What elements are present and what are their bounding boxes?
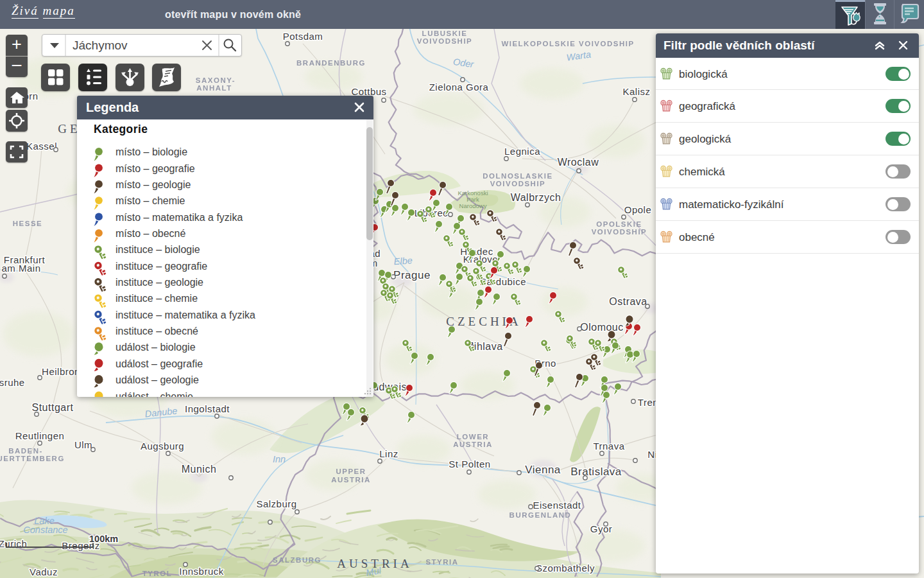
svg-text:místo – matematika a fyzika: místo – matematika a fyzika	[116, 212, 243, 223]
svg-text:St Polten: St Polten	[449, 459, 490, 469]
svg-text:Vienna: Vienna	[525, 464, 561, 476]
svg-text:Heilbron: Heilbron	[42, 366, 80, 377]
svg-text:událost – geografie: událost – geografie	[116, 358, 203, 369]
svg-text:událost – biologie: událost – biologie	[116, 342, 196, 353]
svg-text:Narodowy: Narodowy	[459, 202, 487, 209]
svg-text:Reutlingen: Reutlingen	[15, 430, 65, 441]
svg-text:UPPER: UPPER	[336, 468, 366, 475]
svg-text:instituce – obecné: instituce – obecné	[116, 326, 198, 337]
svg-text:událost – chemie: událost – chemie	[116, 391, 193, 398]
svg-text:BURGENLAND: BURGENLAND	[509, 511, 572, 519]
svg-text:Innsbruck: Innsbruck	[179, 566, 224, 577]
svg-text:AUSTRIA: AUSTRIA	[453, 441, 493, 448]
svg-text:STYRIA: STYRIA	[425, 558, 458, 566]
svg-text:událost – geologie: událost – geologie	[116, 374, 199, 385]
svg-text:VOIVODSHIP: VOIVODSHIP	[592, 228, 647, 236]
svg-text:VOIVODSHIP: VOIVODSHIP	[417, 37, 473, 45]
svg-text:Eisenstadt: Eisenstadt	[533, 500, 581, 511]
svg-text:Ostrava: Ostrava	[609, 296, 647, 307]
svg-text:am Main: am Main	[1, 263, 40, 274]
svg-text:Wroclaw: Wroclaw	[558, 157, 599, 168]
svg-text:AUSTRIA: AUSTRIA	[331, 476, 371, 484]
svg-text:Prague: Prague	[393, 269, 431, 281]
svg-text:instituce – biologie: instituce – biologie	[116, 244, 200, 255]
svg-text:Zielona Gora: Zielona Gora	[429, 82, 489, 92]
svg-text:Gyor: Gyor	[590, 523, 613, 534]
svg-text:Potsdam: Potsdam	[283, 31, 323, 42]
svg-text:Olomouc: Olomouc	[580, 322, 624, 333]
svg-text:místo – biologie: místo – biologie	[116, 146, 187, 157]
svg-text:BRANDENBURG: BRANDENBURG	[296, 59, 366, 67]
svg-text:Jáchymov: Jáchymov	[73, 39, 128, 52]
svg-text:VOIVODSHIP: VOIVODSHIP	[490, 180, 546, 188]
svg-text:WUERTTEMBERG: WUERTTEMBERG	[0, 455, 65, 462]
svg-text:instituce – matematika a fyzik: instituce – matematika a fyzika	[116, 310, 255, 320]
svg-text:místo – obecné: místo – obecné	[116, 228, 186, 239]
svg-text:Trnava: Trnava	[593, 441, 624, 451]
svg-text:Constance: Constance	[23, 525, 67, 535]
svg-text:Vaduz: Vaduz	[30, 566, 58, 577]
svg-text:instituce – geografie: instituce – geografie	[116, 261, 207, 272]
svg-text:instituce – chemie: instituce – chemie	[116, 293, 198, 304]
svg-text:TYROL: TYROL	[142, 570, 172, 577]
svg-text:Salzburg: Salzburg	[256, 498, 296, 509]
svg-text:místo – geologie: místo – geologie	[116, 179, 191, 190]
svg-text:OPOLSKIE: OPOLSKIE	[596, 220, 642, 228]
svg-text:SAXONY-: SAXONY-	[196, 76, 235, 84]
svg-text:BADEN-: BADEN-	[8, 447, 43, 455]
svg-text:Munich: Munich	[182, 464, 217, 475]
svg-text:Legnica: Legnica	[504, 146, 540, 157]
svg-text:Elbe: Elbe	[393, 255, 413, 267]
svg-text:Walbrzych: Walbrzych	[511, 192, 561, 203]
svg-text:Bratislava: Bratislava	[570, 466, 622, 478]
svg-text:Ingolstadt: Ingolstadt	[185, 403, 230, 414]
svg-text:rlsruhe: rlsruhe	[0, 377, 25, 388]
svg-text:HESSE: HESSE	[13, 220, 43, 227]
svg-text:místo – geografie: místo – geografie	[116, 163, 195, 174]
svg-text:instituce – geologie: instituce – geologie	[116, 277, 203, 288]
svg-text:Szombathely: Szombathely	[536, 563, 595, 574]
svg-text:SALZBURG: SALZBURG	[273, 556, 321, 564]
svg-text:LUBUSKIE: LUBUSKIE	[422, 30, 468, 37]
svg-text:DOLNOSLASKIE: DOLNOSLASKIE	[483, 172, 552, 180]
svg-text:Opole: Opole	[624, 204, 652, 215]
svg-text:Kassel: Kassel	[26, 141, 57, 152]
svg-text:Stuttgart: Stuttgart	[32, 402, 74, 413]
svg-text:Ulm: Ulm	[74, 439, 92, 450]
svg-text:Linz: Linz	[379, 448, 398, 459]
svg-text:Augsburg: Augsburg	[141, 441, 184, 451]
svg-text:LOWER: LOWER	[457, 433, 489, 441]
svg-text:Kalisz: Kalisz	[622, 86, 650, 97]
svg-text:Inn: Inn	[273, 454, 286, 464]
svg-text:ANHALT: ANHALT	[196, 84, 232, 92]
svg-text:WIELKOPOLSKIE VOIVODSHIP: WIELKOPOLSKIE VOIVODSHIP	[501, 40, 634, 48]
svg-text:100km: 100km	[89, 534, 118, 544]
svg-text:místo – chemie: místo – chemie	[116, 195, 185, 206]
